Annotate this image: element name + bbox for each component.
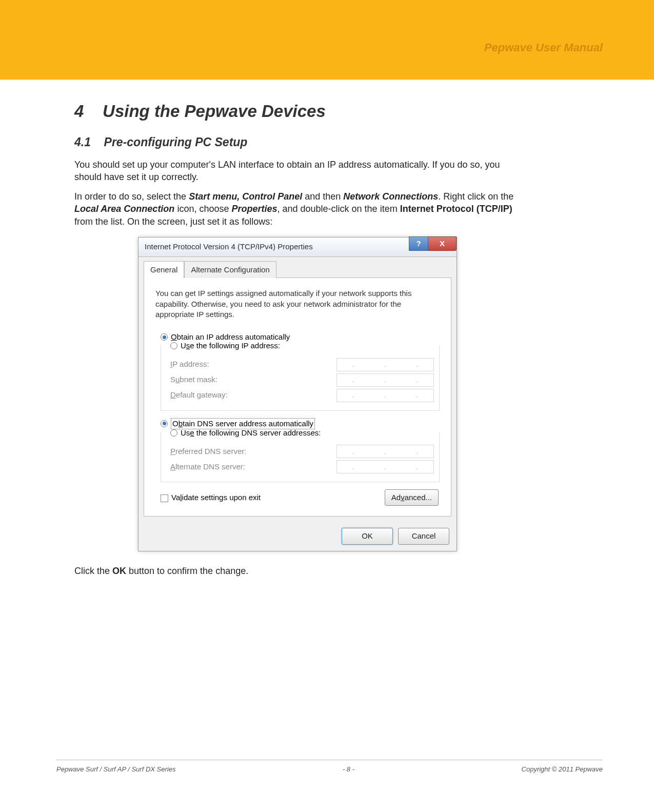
d11: . bbox=[383, 446, 387, 457]
u5: D bbox=[170, 390, 176, 399]
d13: . bbox=[351, 462, 355, 472]
t1: btain an IP address automatically bbox=[177, 332, 290, 341]
d4: . bbox=[351, 374, 355, 385]
t10a: Va bbox=[171, 493, 180, 502]
p2-t3: . Right click on the bbox=[438, 191, 513, 202]
input-pref-dns[interactable]: ... bbox=[336, 445, 434, 458]
t7a: Us bbox=[181, 428, 190, 437]
chapter-num: 4 bbox=[74, 102, 84, 121]
u8: P bbox=[170, 447, 175, 455]
t4b: bnet mask: bbox=[180, 375, 217, 384]
p2-t1: In order to do so, select the bbox=[74, 191, 189, 202]
d6: . bbox=[415, 374, 420, 385]
cancel-button[interactable]: Cancel bbox=[398, 528, 449, 544]
d3: . bbox=[415, 359, 420, 369]
tab-row: General Alternate Configuration bbox=[138, 257, 457, 278]
input-gateway[interactable]: ... bbox=[336, 389, 434, 402]
section-heading: 4.1 Pre-configuring PC Setup bbox=[74, 134, 521, 150]
p2-t5: , and double-click on the item bbox=[278, 204, 400, 214]
ok-button[interactable]: OK bbox=[342, 528, 393, 544]
u7: e bbox=[190, 428, 194, 437]
header-band: Pepwave User Manual bbox=[0, 0, 654, 80]
help-button[interactable]: ? bbox=[409, 236, 428, 251]
chapter-heading: 4 Using the Pepwave Devices bbox=[74, 100, 521, 123]
p3-b1: OK bbox=[112, 566, 126, 576]
row-gateway: Default gateway: ... bbox=[170, 389, 434, 402]
radio-dns-manual[interactable]: Use the following DNS server addresses: bbox=[170, 428, 434, 438]
radio-icon bbox=[170, 342, 177, 349]
validate-checkbox[interactable]: Validate settings upon exit bbox=[161, 492, 261, 503]
radio-icon bbox=[161, 333, 168, 341]
manual-title: Pepwave User Manual bbox=[484, 41, 603, 54]
page-footer: Pepwave Surf / Surf AP / Surf DX Series … bbox=[56, 760, 603, 773]
ip-manual-group: Use the following IP address: IP address… bbox=[161, 345, 440, 410]
p2-b4: Properties bbox=[231, 204, 277, 214]
d14: . bbox=[383, 462, 387, 472]
d10: . bbox=[351, 446, 355, 457]
d1: . bbox=[351, 359, 355, 369]
label-alt-dns: Alternate DNS server: bbox=[170, 462, 245, 472]
label-pref-dns: Preferred DNS server: bbox=[170, 446, 246, 457]
p3-t1: Click the bbox=[74, 566, 112, 576]
u9: A bbox=[170, 462, 175, 471]
u1: O bbox=[171, 332, 177, 341]
label-ip: IP address: bbox=[170, 359, 209, 369]
input-subnet[interactable]: ... bbox=[336, 373, 434, 387]
p2-t2: and then bbox=[302, 191, 343, 202]
footer-left: Pepwave Surf / Surf AP / Surf DX Series bbox=[56, 765, 175, 773]
footer-right: Copyright © 2011 Pepwave bbox=[522, 765, 603, 773]
t8: referred DNS server: bbox=[175, 447, 246, 455]
radio-ip-manual-label: Use the following IP address: bbox=[181, 341, 280, 351]
row-subnet: Subnet mask: ... bbox=[170, 373, 434, 387]
radio-icon bbox=[170, 429, 177, 437]
row-ip: IP address: ... bbox=[170, 358, 434, 371]
label-subnet: Subnet mask: bbox=[170, 374, 217, 385]
tcpip-dialog: Internet Protocol Version 4 (TCP/IPv4) P… bbox=[138, 237, 457, 551]
p3-t2: button to confirm the change. bbox=[126, 566, 248, 576]
d15: . bbox=[415, 462, 420, 472]
dialog-footer: OK Cancel bbox=[138, 522, 457, 550]
t2b: e the following IP address: bbox=[190, 341, 280, 350]
input-ip[interactable]: ... bbox=[336, 358, 434, 371]
row-pref-dns: Preferred DNS server: ... bbox=[170, 445, 434, 458]
row-alt-dns: Alternate DNS server: ... bbox=[170, 460, 434, 473]
footer-center: - 8 - bbox=[343, 765, 354, 773]
d5: . bbox=[383, 374, 387, 385]
t3: P address: bbox=[172, 360, 209, 368]
t4a: S bbox=[170, 375, 175, 384]
checkbox-icon bbox=[161, 494, 168, 502]
bottom-row: Validate settings upon exit Advanced... bbox=[155, 489, 440, 506]
p2-b5: Internet Protocol (TCP/IP) bbox=[400, 204, 512, 214]
radio-ip-manual[interactable]: Use the following IP address: bbox=[170, 341, 434, 351]
d8: . bbox=[383, 390, 387, 400]
paragraph-3: Click the OK button to confirm the chang… bbox=[74, 565, 521, 577]
help-icon: ? bbox=[416, 239, 421, 249]
close-button[interactable]: X bbox=[428, 236, 457, 251]
label-gateway: Default gateway: bbox=[170, 390, 228, 400]
p2-b1: Start menu, Control Panel bbox=[189, 191, 302, 202]
panel-description: You can get IP settings assigned automat… bbox=[155, 288, 440, 320]
validate-label: Validate settings upon exit bbox=[171, 493, 261, 502]
t10b: idate settings upon exit bbox=[182, 493, 261, 502]
t6a: O bbox=[172, 419, 179, 428]
page-content: 4 Using the Pepwave Devices 4.1 Pre-conf… bbox=[74, 100, 521, 584]
advanced-button[interactable]: Advanced... bbox=[385, 489, 439, 506]
input-alt-dns[interactable]: ... bbox=[336, 460, 434, 473]
dns-manual-group: Use the following DNS server addresses: … bbox=[161, 432, 440, 482]
p2-t4: icon, choose bbox=[174, 204, 231, 214]
u6: b bbox=[179, 419, 183, 428]
d9: . bbox=[415, 390, 420, 400]
t7b: the following DNS server addresses: bbox=[194, 428, 321, 437]
t6b: tain DNS server address automatically bbox=[183, 419, 313, 428]
general-panel: You can get IP settings assigned automat… bbox=[144, 278, 451, 517]
p2-b2: Network Connections bbox=[343, 191, 438, 202]
d12: . bbox=[415, 446, 420, 457]
dialog-title: Internet Protocol Version 4 (TCP/IPv4) P… bbox=[145, 242, 313, 252]
t9: lternate DNS server: bbox=[175, 462, 245, 471]
tab-general[interactable]: General bbox=[144, 261, 184, 278]
close-icon: X bbox=[440, 239, 445, 249]
radio-dns-manual-label: Use the following DNS server addresses: bbox=[181, 428, 321, 438]
paragraph-1: You should set up your computer's LAN in… bbox=[74, 159, 521, 184]
dialog-titlebar[interactable]: Internet Protocol Version 4 (TCP/IPv4) P… bbox=[138, 237, 457, 257]
tab-alternate[interactable]: Alternate Configuration bbox=[184, 261, 276, 278]
